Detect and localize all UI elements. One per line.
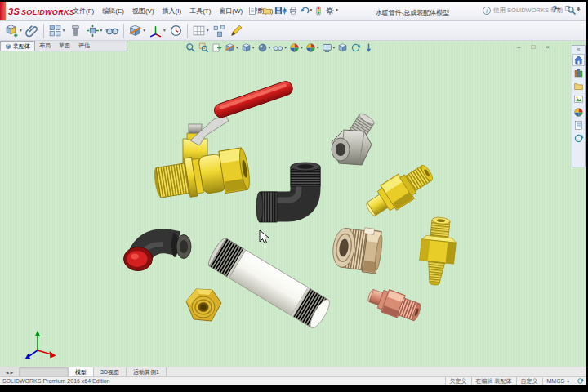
part-fitting-yellow-diagonal[interactable] [361,158,438,222]
open-button[interactable] [261,6,273,16]
dropdown-caret: ▾ [143,29,145,33]
tab-scroll-buttons[interactable]: ◀▶ [0,368,20,376]
part-pipe-nipple-white[interactable] [206,236,333,330]
assembly-features-button[interactable]: ▾ [127,22,147,40]
tab-scroll-track[interactable] [20,368,69,376]
dropdown-caret: ▾ [207,29,209,33]
mouse-cursor [260,230,269,243]
menu-insert[interactable]: 插入(I) [158,4,186,18]
move-component-button[interactable]: ▾ [84,22,105,40]
search-scope-icon[interactable]: i [483,7,491,15]
unit-system-selector[interactable]: MMGS ▾ [542,378,574,385]
part-elbow-steel[interactable] [332,112,376,165]
dropdown-caret: ▾ [20,29,22,33]
brand-stripe [0,2,6,20]
new-document-button[interactable]: ▾ [247,6,261,16]
close-button[interactable]: × [577,4,581,12]
part-elbow-red-cap[interactable] [124,233,192,271]
logo-mark: 3S [8,7,20,16]
model-tabs-bar: ◀▶ 模型 3D视图 运动算例1 [0,367,586,376]
restore-button[interactable]: □ [565,4,569,12]
title-bar: 3SSOLIDWORKS 文件(F) 编辑(E) 视图(V) 插入(I) 工具(… [0,2,586,21]
undo-button[interactable]: ▾ [299,6,314,16]
rebuild-button[interactable] [313,6,324,16]
mate-button[interactable] [24,22,41,40]
tab-scroll-right-icon[interactable]: ▶ [11,370,14,375]
instant3d-button[interactable] [228,22,245,40]
solidworks-window: 3SSOLIDWORKS 文件(F) 编辑(E) 视图(V) 插入(I) 工具(… [0,0,588,392]
quick-tips-icon[interactable] [577,377,584,385]
logo-text: SOLIDWORKS [21,8,74,16]
exploded-view-button[interactable] [211,22,228,40]
menu-window[interactable]: 窗口(W) [215,4,247,18]
edition-text: SOLIDWORKS Premium 2016 x64 Edition [2,378,110,384]
orientation-triad [25,331,56,360]
insert-component-button[interactable]: ▾ [3,22,24,40]
print-button[interactable] [287,6,299,16]
part-ball-valve[interactable] [152,79,295,203]
part-adapter-copper[interactable] [365,283,423,323]
toolbar-separator [187,24,188,38]
bottom-border [0,385,588,392]
toolbar-separator [43,24,44,38]
options-button[interactable]: ▾ [324,6,339,16]
window-controls: – □ × [555,4,581,12]
dropdown-caret: ▾ [100,29,103,33]
save-button[interactable]: ▾ [273,6,287,16]
unit-label: MMGS [547,378,565,384]
part-adapter-yellow-vertical[interactable] [417,216,458,287]
bill-of-materials-button[interactable]: ▾ [190,22,211,40]
part-elbow-black[interactable] [256,163,320,222]
smart-fasteners-button[interactable] [67,22,84,40]
part-bushing-brass[interactable] [331,224,385,274]
dropdown-caret: ▾ [63,29,65,33]
solidworks-logo: 3SSOLIDWORKS [8,7,74,16]
quick-access-toolbar: ▾ ▾ ▾ ▾ [247,6,339,16]
tab-3d-views[interactable]: 3D视图 [94,368,127,376]
menu-file[interactable]: 文件(F) [69,4,98,18]
dropdown-caret: ▾ [336,8,338,13]
toolbar-separator [123,24,124,38]
dropdown-caret: ▾ [284,8,287,13]
reference-geometry-button[interactable]: ▾ [147,22,167,40]
dropdown-caret: ▾ [567,379,569,384]
dropdown-caret: ▾ [310,8,313,13]
menu-view[interactable]: 视图(V) [128,4,158,18]
status-bar: SOLIDWORKS Premium 2016 x64 Edition 欠定义 … [0,376,586,385]
menu-edit[interactable]: 编辑(E) [98,4,128,18]
new-motion-study-button[interactable] [167,22,185,40]
part-hex-nut-brass[interactable] [186,289,221,321]
tab-scroll-left-icon[interactable]: ◀ [6,370,9,375]
menu-tools[interactable]: 工具(T) [185,4,215,18]
dropdown-caret: ▾ [163,29,166,33]
document-title: 水暖管件-总成装配体模型 [350,8,475,17]
tab-motion-study-1[interactable]: 运动算例1 [127,368,167,376]
linear-component-pattern-button[interactable]: ▾ [47,22,67,40]
assembly-toolbar: ▾ ▾ ▾ ▾ ▾ ▾ [0,21,586,41]
viewport-canvas[interactable] [0,41,586,367]
tab-model[interactable]: 模型 [69,368,94,376]
show-hidden-components-button[interactable] [104,22,121,40]
dropdown-caret: ▾ [258,8,261,13]
minimize-button[interactable]: – [555,4,559,12]
